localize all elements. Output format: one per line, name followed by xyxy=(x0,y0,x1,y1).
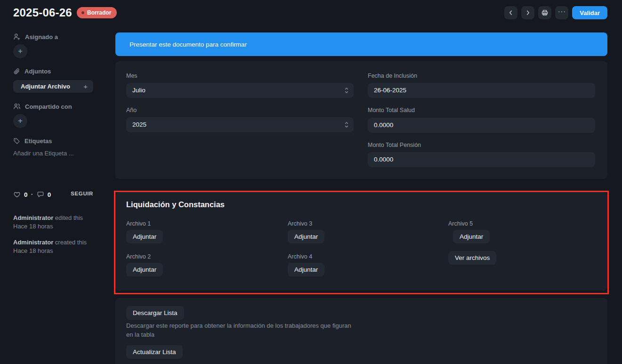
next-document-button[interactable] xyxy=(521,6,534,19)
salud-input[interactable]: 0.0000 xyxy=(368,118,595,133)
attachments-section-label: Adjuntos xyxy=(13,68,51,75)
archivo2-label: Archivo 2 xyxy=(126,253,151,260)
comment-icon[interactable] xyxy=(37,191,44,198)
likes-row: 0 · 0 xyxy=(13,190,51,199)
activity-entry: Administrator created this Hace 18 horas xyxy=(13,238,107,254)
salud-input-value: 0.0000 xyxy=(374,121,393,129)
banner-message: Presentar este documento para confirmar xyxy=(129,41,247,48)
anio-field-label: Año xyxy=(126,107,137,113)
attachments-label: Adjuntos xyxy=(24,68,51,75)
status-badge: Borrador xyxy=(77,7,117,18)
fecha-input[interactable]: 26-06-2025 xyxy=(368,83,595,98)
mes-select[interactable]: Julio xyxy=(126,83,354,98)
archivo3-attach-button[interactable]: Adjuntar xyxy=(288,230,324,243)
select-caret-icon xyxy=(344,121,349,129)
attach-file-button[interactable]: Adjuntar Archivo + xyxy=(13,80,93,93)
tags-section-label: Etiquetas xyxy=(13,138,52,145)
archivo1-attach-button[interactable]: Adjuntar xyxy=(126,230,163,243)
plus-icon: + xyxy=(18,47,23,56)
fecha-field-label: Fecha de Inclusión xyxy=(368,73,417,79)
anio-select-value: 2025 xyxy=(132,121,146,128)
comments-count[interactable]: 0 xyxy=(48,191,51,198)
select-caret-icon xyxy=(344,87,349,94)
update-list-button[interactable]: Actualizar Lista xyxy=(126,345,183,359)
pension-field-label: Monto Total Pensión xyxy=(368,142,421,148)
plus-icon: + xyxy=(18,116,23,126)
follow-button[interactable]: SEGUIR xyxy=(71,191,93,196)
anio-select[interactable]: 2025 xyxy=(126,117,354,132)
activity-action: created this xyxy=(55,239,87,246)
download-list-button[interactable]: Descargar Lista xyxy=(126,306,184,320)
add-assignment-button[interactable]: + xyxy=(13,44,27,58)
archivo4-attach-button[interactable]: Adjuntar xyxy=(288,263,324,276)
mes-field-label: Mes xyxy=(126,73,137,79)
more-menu-button[interactable]: ··· xyxy=(555,6,568,19)
activity-action: edited this xyxy=(55,214,83,221)
shared-with-section-label: Compartido con xyxy=(13,103,72,110)
status-badge-label: Borrador xyxy=(87,9,111,16)
view-files-button[interactable]: Ver archivos xyxy=(448,251,496,265)
archivo2-attach-button[interactable]: Adjuntar xyxy=(126,263,163,276)
add-share-button[interactable]: + xyxy=(13,114,27,128)
main-content: Presentar este documento para confirmar … xyxy=(115,25,607,364)
archivo3-label: Archivo 3 xyxy=(288,220,312,227)
shared-with-label: Compartido con xyxy=(25,103,72,110)
activity-user: Administrator xyxy=(13,239,53,246)
download-description: Descargar este reporte para obtener la i… xyxy=(126,321,357,339)
dot-separator: · xyxy=(31,190,33,199)
mes-select-value: Julio xyxy=(132,87,145,94)
submit-info-banner: Presentar este documento para confirmar xyxy=(115,32,607,56)
page-title: 2025-06-26 xyxy=(13,6,72,19)
liquidacion-section-card: Liquidación y Constancias Archivo 1 Adju… xyxy=(115,192,607,291)
assigned-to-section-label: Asignado a xyxy=(13,33,58,40)
paperclip-icon xyxy=(13,68,20,75)
chevron-left-icon xyxy=(508,9,514,16)
activity-time: Hace 18 horas xyxy=(13,223,107,230)
archivo4-label: Archivo 4 xyxy=(288,253,312,260)
activity-log: Administrator edited this Hace 18 horas … xyxy=(13,214,107,263)
validate-button[interactable]: Validar xyxy=(572,6,607,19)
users-icon xyxy=(13,103,21,110)
status-dot-icon xyxy=(81,11,84,14)
user-plus-icon xyxy=(13,33,21,40)
salud-field-label: Monto Total Salud xyxy=(368,107,415,113)
prev-document-button[interactable] xyxy=(504,6,517,19)
archivo5-label: Archivo 5 xyxy=(448,220,473,227)
header-actions: ··· Validar xyxy=(504,6,607,19)
form-card: Mes Julio Año 2025 Fecha de xyxy=(115,61,607,179)
add-tag-input[interactable]: Añadir una Etiqueta ... xyxy=(13,150,74,157)
heart-icon[interactable] xyxy=(13,191,21,198)
pension-input[interactable]: 0.0000 xyxy=(368,152,595,167)
fecha-input-value: 26-06-2025 xyxy=(374,87,406,94)
archivo5-attach-button[interactable]: Adjuntar xyxy=(453,230,490,243)
section-title: Liquidación y Constancias xyxy=(126,200,225,209)
activity-entry: Administrator edited this Hace 18 horas xyxy=(13,214,107,230)
pension-input-value: 0.0000 xyxy=(374,156,393,163)
sidebar: Asignado a + Adjuntos Adjuntar Archivo +… xyxy=(0,25,115,364)
likes-count[interactable]: 0 xyxy=(24,191,28,198)
ellipsis-icon: ··· xyxy=(558,8,566,17)
report-card: Descargar Lista Descargar este reporte p… xyxy=(115,298,607,364)
assigned-to-label: Asignado a xyxy=(25,33,58,40)
print-button[interactable] xyxy=(538,6,551,19)
archivo1-label: Archivo 1 xyxy=(126,220,151,227)
chevron-right-icon xyxy=(525,9,531,16)
printer-icon xyxy=(541,9,549,16)
attach-file-label: Adjuntar Archivo xyxy=(21,83,70,90)
tag-icon xyxy=(13,138,20,145)
document-header: 2025-06-26 Borrador ··· xyxy=(0,0,622,25)
activity-user: Administrator xyxy=(13,214,53,221)
plus-icon: + xyxy=(83,82,88,90)
activity-time: Hace 18 horas xyxy=(13,247,107,254)
tags-label: Etiquetas xyxy=(24,138,52,145)
